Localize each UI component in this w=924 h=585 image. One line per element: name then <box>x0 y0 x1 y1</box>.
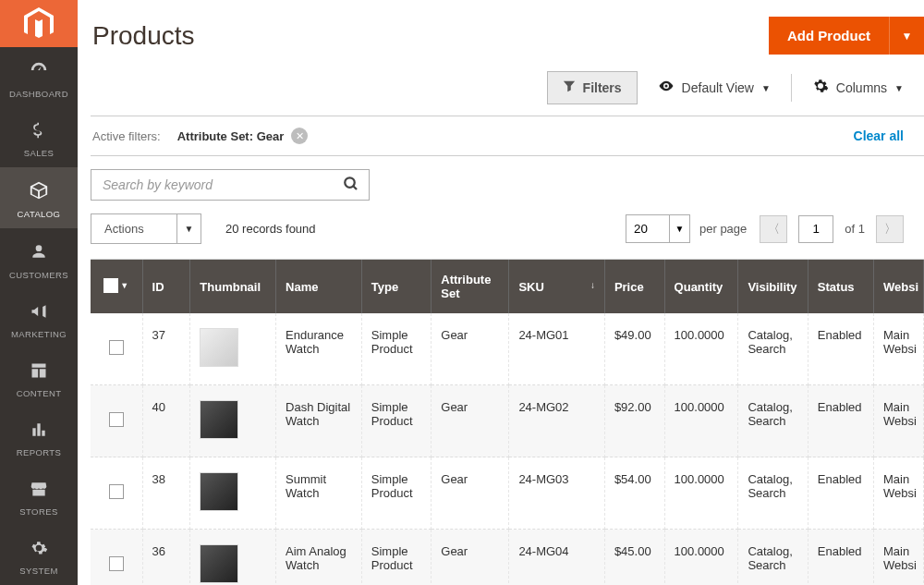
column-header[interactable]: Type <box>361 260 431 313</box>
column-header[interactable]: Thumbnail <box>190 260 276 313</box>
box-icon <box>29 180 49 205</box>
per-page-input[interactable] <box>626 214 670 243</box>
cell-status: Enabled <box>808 313 873 385</box>
sidebar-item-content[interactable]: CONTENT <box>0 348 78 408</box>
cell-visibility: Catalog, Search <box>738 313 808 385</box>
cell-id: 36 <box>142 530 190 586</box>
cell-name: Dash Digital Watch <box>276 385 362 457</box>
cell-visibility: Catalog, Search <box>738 457 808 530</box>
column-header[interactable]: Name <box>276 260 362 313</box>
active-filters-label: Active filters: <box>92 129 161 143</box>
eye-icon <box>658 78 675 98</box>
sidebar-item-label: REPORTS <box>17 447 62 457</box>
cell-type: Simple Product <box>361 457 431 530</box>
next-page-button[interactable]: 〉 <box>876 215 904 243</box>
page-input[interactable] <box>798 215 833 243</box>
cell-quantity: 100.0000 <box>664 530 738 586</box>
filters-label: Filters <box>583 80 622 95</box>
table-row[interactable]: 37Endurance WatchSimple ProductGear24-MG… <box>91 313 924 385</box>
gear-icon <box>812 78 829 98</box>
sidebar-item-label: SYSTEM <box>19 566 57 576</box>
column-header[interactable]: ID <box>142 260 190 313</box>
row-checkbox[interactable] <box>109 412 124 427</box>
sidebar-item-sales[interactable]: SALES <box>0 108 78 167</box>
table-row[interactable]: 36Aim Analog WatchSimple ProductGear24-M… <box>91 530 924 586</box>
sidebar-item-label: SALES <box>24 148 55 158</box>
remove-filter-icon[interactable]: ✕ <box>291 128 308 144</box>
actions-caret[interactable]: ▼ <box>177 213 201 244</box>
sidebar-item-label: MARKETING <box>11 329 67 339</box>
cell-price: $92.00 <box>604 385 664 457</box>
sidebar-item-stores[interactable]: STORES <box>0 467 78 526</box>
filters-button[interactable]: Filters <box>547 71 638 104</box>
product-thumbnail[interactable] <box>200 328 238 367</box>
per-page-dropdown[interactable]: ▼ <box>670 214 690 243</box>
cell-sku: 24-MG03 <box>509 457 605 530</box>
columns-dropdown[interactable]: Columns ▼ <box>812 78 904 98</box>
cell-id: 40 <box>142 385 190 457</box>
sidebar-item-dashboard[interactable]: DASHBOARD <box>0 47 78 108</box>
sidebar-item-customers[interactable]: CUSTOMERS <box>0 228 78 289</box>
sidebar-item-system[interactable]: SYSTEM <box>0 526 78 585</box>
page-title: Products <box>91 21 195 51</box>
row-checkbox[interactable] <box>109 556 124 571</box>
cell-status: Enabled <box>808 530 873 586</box>
clear-all-link[interactable]: Clear all <box>854 128 904 143</box>
bars-icon <box>30 420 48 444</box>
column-header[interactable]: SKU↓ <box>509 260 605 313</box>
table-row[interactable]: 40Dash Digital WatchSimple ProductGear24… <box>91 385 924 457</box>
view-label: Default View <box>682 80 754 95</box>
megaphone-icon <box>29 302 49 325</box>
column-header[interactable]: Status <box>808 260 873 313</box>
table-row[interactable]: 38Summit WatchSimple ProductGear24-MG03$… <box>91 457 924 530</box>
cell-attribute-set: Gear <box>432 385 509 457</box>
search-icon[interactable] <box>343 176 359 197</box>
cell-name: Summit Watch <box>276 457 362 530</box>
column-header[interactable]: Price <box>604 260 664 313</box>
column-header[interactable]: ▼ <box>91 260 142 313</box>
sort-arrow-icon: ↓ <box>590 280 595 290</box>
search-container <box>91 169 370 201</box>
row-checkbox[interactable] <box>109 340 124 355</box>
cell-type: Simple Product <box>361 530 431 586</box>
product-thumbnail[interactable] <box>200 400 238 439</box>
cell-sku: 24-MG02 <box>509 385 605 457</box>
person-icon <box>30 241 48 266</box>
actions-dropdown[interactable]: Actions <box>91 213 177 244</box>
dollar-icon <box>30 121 48 144</box>
cell-price: $45.00 <box>604 530 664 586</box>
sidebar-item-catalog[interactable]: CATALOG <box>0 167 78 228</box>
row-checkbox[interactable] <box>109 484 124 499</box>
cell-websites: Main Websi <box>874 530 924 586</box>
gear-icon <box>30 539 48 562</box>
add-product-dropdown[interactable]: ▼ <box>889 17 924 55</box>
magento-logo[interactable] <box>0 0 78 47</box>
sidebar-item-label: CATALOG <box>18 209 61 219</box>
column-header[interactable]: Visibility <box>738 260 808 313</box>
filter-chip-text: Attribute Set: Gear <box>177 129 285 143</box>
sidebar-item-marketing[interactable]: MARKETING <box>0 289 78 348</box>
prev-page-button[interactable]: 〈 <box>760 215 787 243</box>
cell-attribute-set: Gear <box>432 530 509 586</box>
add-product-button[interactable]: Add Product <box>769 17 889 55</box>
cell-sku: 24-MG01 <box>509 313 605 385</box>
funnel-icon <box>563 79 576 96</box>
column-header[interactable]: Websi <box>874 260 924 313</box>
store-icon <box>29 480 49 503</box>
search-input[interactable] <box>91 170 369 200</box>
product-thumbnail[interactable] <box>200 544 238 583</box>
cell-quantity: 100.0000 <box>664 385 738 457</box>
columns-label: Columns <box>836 80 887 95</box>
sidebar-item-reports[interactable]: REPORTS <box>0 408 78 467</box>
default-view-dropdown[interactable]: Default View ▼ <box>658 78 771 98</box>
per-page-label: per page <box>699 222 747 236</box>
cell-type: Simple Product <box>361 313 431 385</box>
page-of-label: of 1 <box>845 222 865 236</box>
caret-down-icon: ▼ <box>761 83 771 93</box>
product-thumbnail[interactable] <box>200 472 238 511</box>
select-all-checkbox[interactable]: ▼ <box>103 278 128 293</box>
sidebar-item-label: CUSTOMERS <box>9 270 68 280</box>
column-header[interactable]: Quantity <box>664 260 738 313</box>
cell-visibility: Catalog, Search <box>738 530 808 586</box>
column-header[interactable]: Attribute Set <box>432 260 509 313</box>
